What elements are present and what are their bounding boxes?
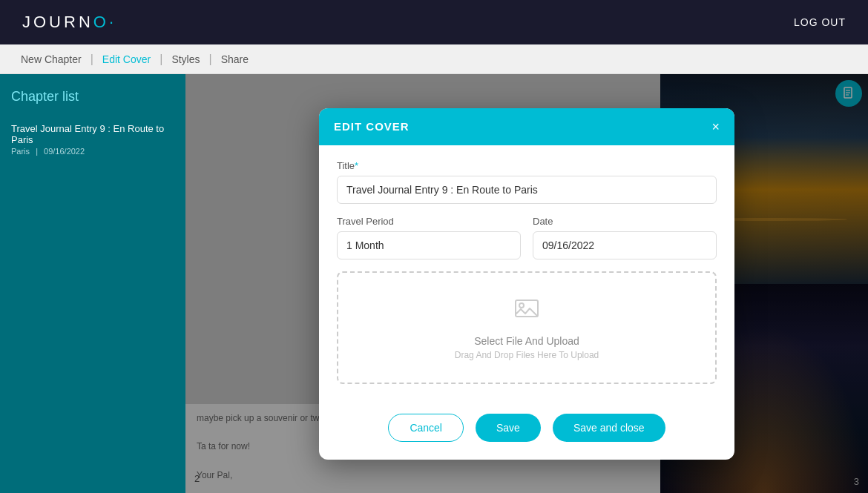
nav-share[interactable]: Share — [215, 53, 254, 65]
svg-point-5 — [519, 303, 524, 308]
travel-period-input[interactable] — [337, 231, 521, 259]
nav-edit-cover[interactable]: Edit Cover — [96, 53, 157, 65]
main-layout: Chapter list Travel Journal Entry 9 : En… — [0, 74, 868, 493]
modal-close-button[interactable]: × — [711, 120, 720, 133]
save-and-close-button[interactable]: Save and close — [553, 414, 665, 442]
upload-title: Select File And Upload — [353, 335, 700, 347]
entry-meta: Paris | 09/16/2022 — [11, 147, 174, 156]
title-input[interactable] — [337, 176, 717, 204]
entry-date: 09/16/2022 — [44, 147, 85, 156]
upload-subtitle: Drag And Drop Files Here To Upload — [353, 350, 700, 360]
modal-header: EDIT COVER × — [319, 108, 734, 145]
nav-styles[interactable]: Styles — [165, 53, 206, 65]
navigation: New Chapter | Edit Cover | Styles | Shar… — [0, 44, 868, 74]
entry-tag: Paris — [11, 147, 30, 156]
two-col-row: Travel Period Date — [337, 216, 717, 259]
modal-footer: Cancel Save Save and close — [319, 414, 734, 460]
title-field-label: Title* — [337, 160, 717, 171]
header: JOURNO· LOG OUT — [0, 0, 868, 44]
content-area: 3 › maybe pick up a souvenir or two when… — [185, 74, 868, 493]
travel-period-label: Travel Period — [337, 216, 521, 227]
cancel-button[interactable]: Cancel — [388, 414, 464, 442]
upload-area[interactable]: Select File And Upload Drag And Drop Fil… — [337, 271, 717, 384]
date-input[interactable] — [533, 231, 717, 259]
travel-period-field: Travel Period — [337, 216, 521, 259]
modal-title: EDIT COVER — [334, 120, 410, 133]
logout-button[interactable]: LOG OUT — [794, 16, 846, 28]
image-upload-icon — [353, 295, 700, 328]
edit-cover-modal: EDIT COVER × Title* Travel Period — [319, 108, 734, 460]
nav-new-chapter[interactable]: New Chapter — [15, 53, 88, 65]
meta-separator: | — [36, 147, 38, 156]
save-button[interactable]: Save — [476, 414, 541, 442]
logo: JOURNO· — [22, 13, 116, 32]
logo-accent: O· — [93, 13, 116, 31]
chapter-list-title: Chapter list — [11, 89, 174, 105]
date-label: Date — [533, 216, 717, 227]
date-field: Date — [533, 216, 717, 259]
modal-body: Title* Travel Period Date — [319, 145, 734, 414]
list-item[interactable]: Travel Journal Entry 9 : En Route to Par… — [11, 119, 174, 159]
modal-overlay: EDIT COVER × Title* Travel Period — [185, 74, 868, 493]
sidebar: Chapter list Travel Journal Entry 9 : En… — [0, 74, 185, 493]
entry-title: Travel Journal Entry 9 : En Route to Par… — [11, 123, 174, 145]
